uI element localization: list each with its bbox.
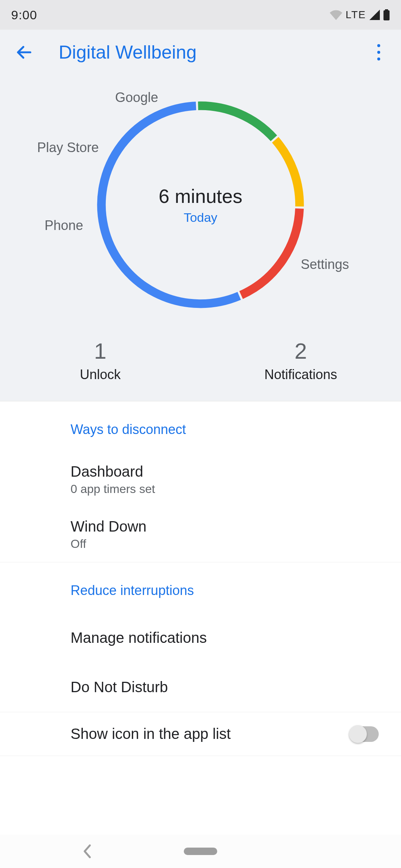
- section-reduce: Reduce interruptions Manage notification…: [0, 562, 401, 712]
- show-icon-item[interactable]: Show icon in the app list: [0, 712, 401, 756]
- status-time: 9:00: [11, 8, 37, 22]
- usage-summary-panel: 6 minutes Today GooglePlay StorePhoneSet…: [0, 75, 401, 401]
- switch-knob: [349, 725, 367, 743]
- svg-rect-0: [384, 10, 389, 20]
- app-bar: Digital Wellbeing: [0, 30, 401, 75]
- dashboard-item[interactable]: Dashboard 0 app timers set: [0, 452, 401, 507]
- notifications-label: Notifications: [200, 367, 401, 382]
- donut-segment-label: Settings: [301, 257, 349, 272]
- manage-notifications-item[interactable]: Manage notifications: [0, 613, 401, 662]
- system-nav-bar: [0, 835, 401, 868]
- battery-icon: [383, 9, 390, 20]
- winddown-subtitle: Off: [71, 537, 386, 551]
- page-title: Digital Wellbeing: [59, 42, 368, 63]
- unlock-count: 1: [0, 338, 200, 364]
- network-label: LTE: [346, 9, 366, 21]
- section-header-disconnect: Ways to disconnect: [0, 401, 401, 452]
- dot-icon: [377, 51, 380, 54]
- unlock-counter[interactable]: 1 Unlock: [0, 338, 200, 382]
- manage-notifications-title: Manage notifications: [71, 629, 386, 646]
- show-icon-title: Show icon in the app list: [71, 726, 350, 742]
- dashboard-subtitle: 0 app timers set: [71, 482, 386, 496]
- nav-home-pill[interactable]: [184, 848, 217, 855]
- notifications-counter[interactable]: 2 Notifications: [200, 338, 401, 382]
- svg-rect-1: [385, 9, 388, 11]
- status-bar: 9:00 LTE: [0, 0, 401, 30]
- dot-icon: [377, 57, 380, 60]
- winddown-item[interactable]: Wind Down Off: [0, 507, 401, 562]
- donut-segment-label: Play Store: [37, 140, 99, 155]
- nav-back-button[interactable]: [82, 844, 92, 859]
- back-button[interactable]: [11, 39, 37, 65]
- section-header-reduce: Reduce interruptions: [0, 562, 401, 613]
- overflow-menu-button[interactable]: [368, 41, 390, 63]
- section-disconnect: Ways to disconnect Dashboard 0 app timer…: [0, 401, 401, 562]
- dnd-item[interactable]: Do Not Disturb: [0, 662, 401, 712]
- dnd-title: Do Not Disturb: [71, 679, 386, 696]
- winddown-title: Wind Down: [71, 518, 386, 535]
- notifications-count: 2: [200, 338, 401, 364]
- total-time-label: 6 minutes: [159, 185, 242, 207]
- usage-donut-chart[interactable]: 6 minutes Today GooglePlay StorePhoneSet…: [0, 82, 401, 327]
- counters-row: 1 Unlock 2 Notifications: [0, 327, 401, 397]
- period-label: Today: [159, 210, 242, 225]
- status-icons: LTE: [329, 9, 390, 21]
- donut-segment-label: Phone: [45, 218, 83, 233]
- unlock-label: Unlock: [0, 367, 200, 382]
- dashboard-title: Dashboard: [71, 463, 386, 480]
- wifi-icon: [329, 10, 343, 20]
- donut-center: 6 minutes Today: [159, 185, 242, 225]
- signal-icon: [369, 10, 380, 20]
- show-icon-switch[interactable]: [350, 726, 379, 742]
- dot-icon: [377, 44, 380, 47]
- donut-segment-label: Google: [115, 90, 158, 105]
